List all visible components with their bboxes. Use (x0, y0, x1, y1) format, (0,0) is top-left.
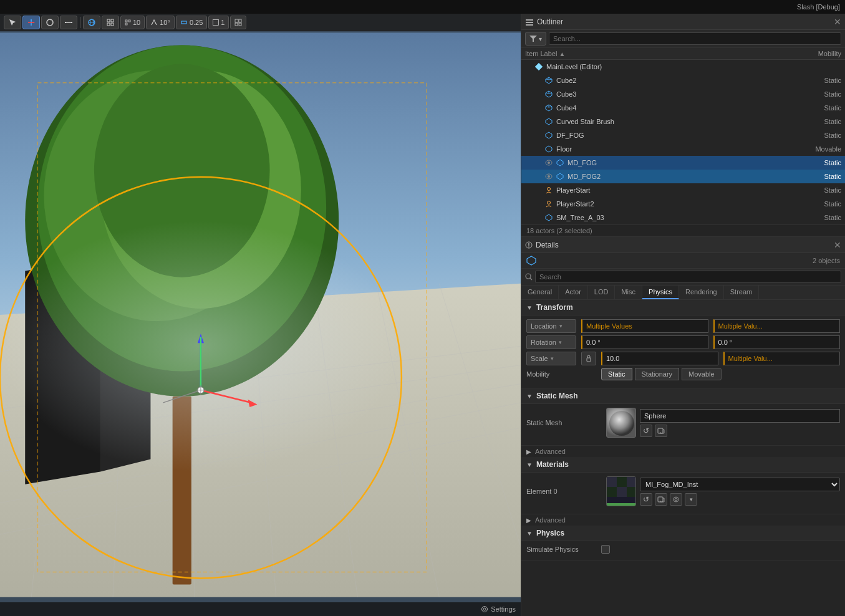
outliner-close-button[interactable]: ✕ (834, 17, 841, 26)
mobility-label: Mobility (526, 370, 601, 378)
tab-rendering[interactable]: Rendering (679, 286, 724, 299)
mobility-movable-button[interactable]: Movable (682, 368, 722, 380)
material-expand-button[interactable]: ▾ (685, 493, 697, 506)
outliner-item-curved-stair[interactable]: Curved Stair Brush Static (521, 115, 845, 128)
details-close-button[interactable]: ✕ (834, 241, 841, 249)
svg-rect-6 (65, 22, 66, 23)
outliner-search-input[interactable] (549, 32, 841, 45)
material-thumbnail (606, 476, 636, 506)
svg-point-58 (483, 608, 486, 610)
svg-marker-78 (546, 146, 552, 152)
grid-size-button[interactable]: 10 (120, 16, 145, 29)
svg-rect-101 (607, 487, 617, 497)
grid-size-label: 10 (133, 19, 140, 26)
materials-advanced-row[interactable]: ▶ Advanced (521, 514, 845, 526)
tab-lod[interactable]: LOD (588, 286, 616, 299)
physics-section-header[interactable]: ▼ Physics (521, 526, 845, 541)
materials-section-header[interactable]: ▼ Materials (521, 457, 845, 473)
svg-marker-84 (557, 173, 563, 180)
scale-label-box[interactable]: Scale ▾ (526, 352, 576, 365)
tab-stream[interactable]: Stream (724, 286, 759, 299)
svg-point-85 (548, 188, 551, 191)
select-tool-button[interactable] (4, 16, 21, 29)
outliner-item-sm-tree[interactable]: SM_Tree_A_03 Static (521, 211, 845, 224)
simulate-physics-row: Simulate Physics (526, 545, 840, 554)
outliner-item-cube4[interactable]: Cube4 Static (521, 101, 845, 115)
details-search-input[interactable] (535, 271, 841, 283)
md-fog-icon (555, 158, 565, 168)
scale-tool-button[interactable] (60, 16, 77, 29)
outliner-item-mainlevel[interactable]: MainLevel (Editor) (521, 60, 845, 74)
static-mesh-section-header[interactable]: ▼ Static Mesh (521, 388, 845, 404)
tab-general[interactable]: General (521, 286, 559, 299)
outliner-item-floor[interactable]: Floor Movable (521, 142, 845, 156)
simulate-physics-checkbox[interactable] (601, 545, 610, 554)
outliner-item-cube2[interactable]: Cube2 Static (521, 74, 845, 87)
main-area: 10 10° 0.25 1 (0, 14, 845, 616)
md-fog2-vis-icon[interactable] (544, 171, 554, 181)
svg-rect-61 (526, 22, 533, 23)
location-y-value[interactable]: Multiple Valu... (713, 319, 841, 333)
svg-marker-77 (546, 132, 552, 138)
tab-actor[interactable]: Actor (559, 286, 588, 299)
svg-marker-87 (546, 214, 552, 221)
outliner-item-md-fog[interactable]: MD_FOG Static (521, 156, 845, 170)
layout-button[interactable] (230, 16, 246, 29)
rotation-y-value[interactable]: 0.0 ° (713, 335, 841, 349)
material-settings-button[interactable] (670, 493, 682, 506)
outliner-item-playerstart2[interactable]: PlayerStart2 Static (521, 197, 845, 211)
material-name-select[interactable]: MI_Fog_MD_Inst (640, 478, 840, 491)
material-reset-button[interactable]: ↺ (640, 493, 652, 506)
rotation-label-box[interactable]: Rotation ▾ (526, 335, 576, 349)
static-mesh-section-content: Static Mesh (521, 404, 845, 446)
settings-button[interactable]: Settings (481, 605, 516, 613)
outliner-item-playerstart[interactable]: PlayerStart Static (521, 183, 845, 197)
scale-y-value[interactable]: Multiple Valu... (723, 352, 841, 365)
scale-lock-button[interactable] (581, 352, 596, 365)
svg-rect-12 (111, 19, 113, 22)
translate-tool-button[interactable] (22, 16, 40, 29)
transform-section-header[interactable]: ▼ Transform (521, 300, 845, 315)
sm-tree-mobility: Static (791, 214, 841, 221)
mesh-browse-button[interactable] (655, 425, 667, 437)
mobility-stationary-button[interactable]: Stationary (635, 368, 680, 380)
tab-physics[interactable]: Physics (642, 286, 679, 299)
outliner-item-cube3[interactable]: Cube3 Static (521, 87, 845, 101)
outliner-filter-button[interactable]: ▾ (525, 32, 546, 46)
curved-stair-label: Curved Stair Brush (556, 118, 791, 125)
svg-rect-11 (107, 19, 110, 22)
static-mesh-advanced-row[interactable]: ▶ Advanced (521, 446, 845, 457)
rotation-x-value[interactable]: 0.0 ° (581, 335, 708, 349)
world-space-button[interactable] (83, 16, 100, 29)
rotate-tool-button[interactable] (41, 16, 59, 29)
right-panel: Outliner ✕ ▾ Item Label ▲ Mobility (521, 14, 845, 616)
details-body: 2 objects General Actor LOD Misc Physics… (521, 253, 845, 616)
mesh-reset-button[interactable]: ↺ (640, 425, 652, 437)
details-panel: Details ✕ 2 objects (521, 237, 845, 616)
viewport[interactable]: 10 10° 0.25 1 (0, 14, 521, 616)
outliner-item-df-fog[interactable]: DF_FOG Static (521, 128, 845, 142)
scale-snap-button[interactable]: 0.25 (176, 16, 207, 29)
angle-snap-button[interactable]: 10° (146, 16, 175, 29)
snap-button[interactable] (102, 16, 119, 29)
rotation-row: Rotation ▾ 0.0 ° 0.0 ° (526, 335, 840, 349)
details-search-row (521, 269, 845, 286)
svg-point-90 (528, 246, 529, 248)
physics-arrow-icon: ▼ (526, 530, 533, 537)
mobility-static-button[interactable]: Static (601, 368, 632, 380)
material-browse-button[interactable] (655, 493, 667, 506)
md-fog-vis-icon[interactable] (544, 158, 554, 168)
svg-rect-60 (526, 19, 533, 21)
transform-section-label: Transform (536, 303, 573, 312)
location-label-box[interactable]: Location ▾ (526, 319, 576, 333)
svg-line-74 (546, 107, 549, 107)
svg-rect-20 (235, 19, 238, 22)
location-x-value[interactable]: Multiple Values (581, 319, 708, 333)
svg-rect-94 (587, 358, 591, 362)
viewport-label: 1 (221, 19, 225, 26)
floor-label: Floor (556, 145, 791, 153)
tab-misc[interactable]: Misc (615, 286, 642, 299)
outliner-item-md-fog2[interactable]: MD_FOG2 Static (521, 170, 845, 183)
viewport-number-button[interactable]: 1 (208, 16, 229, 29)
scale-x-value[interactable]: 10.0 (601, 352, 718, 365)
